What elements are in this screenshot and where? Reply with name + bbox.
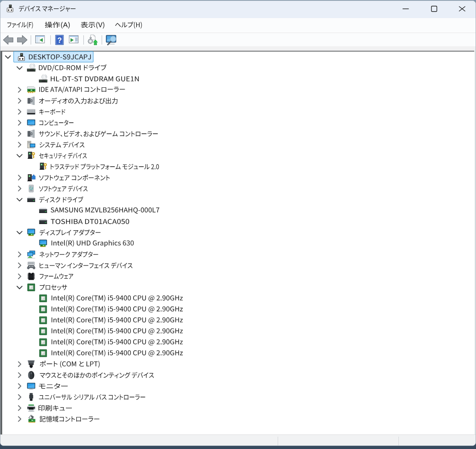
svg-text:?: ? xyxy=(57,36,62,44)
